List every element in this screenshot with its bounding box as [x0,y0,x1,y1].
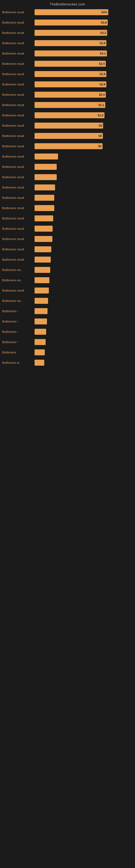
bar-chart: Bottleneck result54%Bottleneck result53.… [0,7,135,368]
list-item: Bottleneck result [0,234,135,244]
bar-label: Bottleneck result [2,83,35,86]
bar-label: Bottleneck result [2,52,35,55]
bar-container [35,164,133,170]
list-item: Bottleneck result52.9 [0,38,135,49]
list-item: Bottleneck result50 [0,121,135,131]
bar-fill: 52.4 [35,61,106,67]
bar-container: 52.9 [35,82,133,87]
bar-fill: 54% [35,9,108,15]
list-item: Bottleneck result52.4 [0,59,135,69]
bar-label: Bottleneck r [2,340,35,344]
bar-label: Bottleneck result [2,134,35,137]
bar-container [35,298,133,304]
bar-container [35,339,133,345]
bar-fill [35,174,57,180]
bar-container [35,257,133,262]
bar-fill [35,267,50,273]
list-item: Bottleneck result53.1 [0,49,135,59]
bar-container: 50 [35,123,133,129]
bar-fill [35,349,45,355]
bar-fill: 50 [35,133,103,139]
bar-fill: 52.9 [35,82,106,87]
bar-fill [35,226,53,231]
bar-label: Bottleneck res [2,279,35,282]
list-item: Bottleneck res [0,265,135,275]
bar-fill: 52.9 [35,71,106,77]
bar-container: 52.9 [35,71,133,77]
bar-fill [35,329,46,335]
bar-container [35,246,133,252]
bar-container: 50 [35,143,133,149]
bar-container: 52.9 [35,40,133,46]
bar-label: Bottleneck [2,351,35,354]
bar-label: Bottleneck r [2,330,35,333]
bar-fill [35,215,53,221]
bar-label: Bottleneck result [2,145,35,148]
bar-value: 52.4 [99,62,104,65]
bar-label: Bottleneck result [2,93,35,96]
bar-value: 52.1 [98,103,104,106]
bar-label: Bottleneck r [2,310,35,313]
bar-label: Bottleneck result [2,21,35,24]
list-item: Bottleneck r [0,327,135,337]
bar-value: 51.5 [98,114,103,117]
bar-container: 53.3 [35,30,133,36]
list-item: Bottleneck result [0,172,135,183]
bar-value: 52.9 [100,72,105,76]
bar-label: Bottleneck result [2,41,35,45]
bar-value: 53.8 [101,21,107,24]
bar-label: Bottleneck result [2,124,35,127]
bar-container [35,195,133,201]
bar-fill [35,298,48,304]
list-item: Bottleneck r [0,337,135,347]
bar-container [35,215,133,221]
bar-label: Bottleneck result [2,248,35,251]
bar-fill: 53.8 [35,20,108,26]
list-item: Bottleneck r [0,316,135,327]
bar-fill: 51.5 [35,112,104,118]
bar-label: Bottleneck result [2,103,35,106]
list-item: Bottleneck result52.1 [0,100,135,111]
bar-container [35,329,133,335]
bar-container: 54% [35,9,133,15]
bar-label: Bottleneck result [2,10,35,14]
list-item: Bottleneck result50 [0,131,135,141]
list-item: Bottleneck res [0,296,135,306]
list-item: Bottleneck result [0,152,135,162]
bar-container: 51.5 [35,112,133,118]
list-item: Bottleneck res [0,275,135,286]
bar-fill [35,277,49,283]
bar-container [35,226,133,231]
bar-label: Bottleneck result [2,237,35,241]
bar-fill: 52.9 [35,40,106,46]
bar-label: Bottleneck result [2,62,35,65]
bar-label: Bottleneck result [2,72,35,76]
bar-fill [35,308,48,314]
list-item: Bottleneck result52.9 [0,69,135,80]
list-item: Bottleneck result [0,286,135,296]
site-title: TheBottlenecker.com [0,0,135,7]
list-item: Bottleneck r [0,306,135,316]
list-item: Bottleneck result52.4 [0,90,135,100]
bar-value: 52.9 [100,83,105,86]
bar-fill [35,246,51,252]
bar-label: Bottleneck result [2,176,35,179]
bar-label: Bottleneck res [2,299,35,303]
list-item: Bottleneck result [0,224,135,234]
bar-value: 53.3 [100,31,106,34]
bar-value: 52.4 [99,93,104,96]
bar-label: Bottleneck result [2,31,35,34]
bar-label: Bottleneck result [2,165,35,168]
bar-container: 53.8 [35,20,133,26]
bar-fill: 50 [35,143,103,149]
bar-fill [35,257,51,262]
bar-fill [35,360,44,366]
bar-fill: 53.3 [35,30,107,36]
bar-value: 54% [101,10,107,14]
bar-label: Bottleneck result [2,217,35,220]
list-item: Bottleneck result [0,193,135,203]
bar-label: Bottleneck res [2,268,35,272]
bar-fill [35,184,55,190]
bar-value: 52.9 [100,41,105,45]
bar-fill: 53.1 [35,51,107,56]
